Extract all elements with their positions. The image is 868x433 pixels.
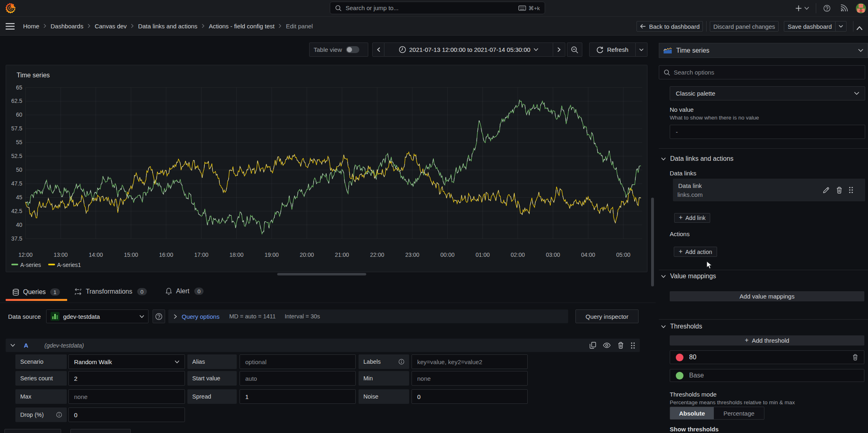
- svg-text:42.5: 42.5: [11, 208, 22, 214]
- svg-text:40: 40: [16, 222, 22, 228]
- svg-text:19:00: 19:00: [265, 252, 279, 258]
- svg-text:55: 55: [16, 139, 22, 145]
- svg-text:50: 50: [16, 166, 22, 173]
- svg-text:57.5: 57.5: [11, 125, 22, 132]
- svg-text:Time series: Time series: [17, 72, 50, 79]
- svg-text:23:00: 23:00: [405, 252, 419, 258]
- svg-text:21:00: 21:00: [335, 252, 349, 258]
- svg-text:37.5: 37.5: [11, 235, 22, 242]
- svg-text:A-series1: A-series1: [57, 262, 81, 268]
- svg-text:03:00: 03:00: [546, 252, 560, 258]
- svg-text:05:00: 05:00: [616, 252, 630, 258]
- svg-text:17:00: 17:00: [194, 252, 208, 258]
- svg-text:01:00: 01:00: [475, 252, 490, 258]
- svg-text:18:00: 18:00: [229, 252, 244, 258]
- svg-text:13:00: 13:00: [53, 252, 68, 258]
- svg-text:52.5: 52.5: [11, 153, 22, 159]
- svg-text:62.5: 62.5: [11, 98, 22, 104]
- svg-text:04:00: 04:00: [581, 252, 595, 258]
- svg-text:22:00: 22:00: [370, 252, 384, 258]
- svg-text:14:00: 14:00: [89, 252, 103, 258]
- svg-text:15:00: 15:00: [124, 252, 138, 258]
- svg-text:47.5: 47.5: [11, 180, 22, 187]
- svg-text:02:00: 02:00: [511, 252, 525, 258]
- svg-text:20:00: 20:00: [300, 252, 314, 258]
- svg-text:16:00: 16:00: [159, 252, 173, 258]
- svg-text:00:00: 00:00: [440, 252, 454, 258]
- svg-text:65: 65: [16, 84, 22, 91]
- svg-text:45: 45: [16, 194, 22, 201]
- svg-text:60: 60: [16, 111, 22, 118]
- svg-text:A-series: A-series: [20, 262, 41, 268]
- svg-text:12:00: 12:00: [18, 252, 32, 258]
